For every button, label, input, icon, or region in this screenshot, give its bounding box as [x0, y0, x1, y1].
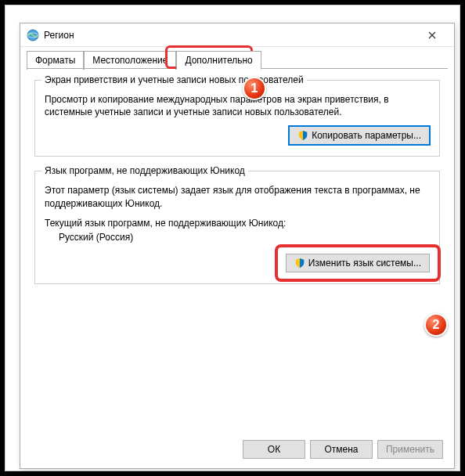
group-welcome-desc: Просмотр и копирование международных пар… — [45, 93, 430, 118]
group-nonunicode: Язык программ, не поддерживающих Юникод … — [34, 171, 440, 283]
window-title: Регион — [44, 30, 416, 41]
close-icon — [428, 31, 436, 39]
current-locale-value: Русский (Россия) — [59, 232, 430, 243]
region-dialog: Регион Форматы Местоположение Дополнител… — [20, 23, 455, 469]
change-system-locale-label: Изменить язык системы... — [308, 258, 421, 269]
tab-advanced[interactable]: Дополнительно — [176, 51, 261, 70]
group-nonunicode-desc: Этот параметр (язык системы) задает язык… — [45, 184, 430, 209]
ok-button[interactable]: ОК — [243, 440, 305, 459]
cancel-button[interactable]: Отмена — [310, 440, 373, 459]
close-button[interactable] — [416, 24, 448, 46]
outer-frame: Регион Форматы Местоположение Дополнител… — [5, 5, 460, 471]
shield-icon — [294, 258, 305, 269]
globe-icon — [27, 29, 39, 41]
tab-content: Экран приветствия и учетные записи новых… — [20, 69, 454, 309]
group-welcome: Экран приветствия и учетные записи новых… — [34, 80, 440, 157]
tab-location[interactable]: Местоположение — [84, 51, 176, 70]
group-nonunicode-legend: Язык программ, не поддерживающих Юникод — [41, 165, 248, 176]
change-system-locale-button[interactable]: Изменить язык системы... — [286, 254, 430, 272]
dialog-footer: ОК Отмена Применить — [243, 440, 443, 459]
apply-button[interactable]: Применить — [377, 440, 443, 459]
current-locale-label: Текущий язык программ, не поддерживающих… — [45, 218, 430, 229]
group-welcome-legend: Экран приветствия и учетные записи новых… — [41, 74, 307, 85]
copy-settings-button[interactable]: Копировать параметры... — [289, 126, 430, 145]
tab-strip: Форматы Местоположение Дополнительно — [20, 47, 454, 69]
copy-settings-label: Копировать параметры... — [312, 130, 421, 141]
annotation-marker-2: 2 — [424, 313, 448, 337]
shield-icon — [297, 130, 308, 141]
tab-formats[interactable]: Форматы — [27, 51, 84, 70]
titlebar: Регион — [20, 23, 454, 47]
